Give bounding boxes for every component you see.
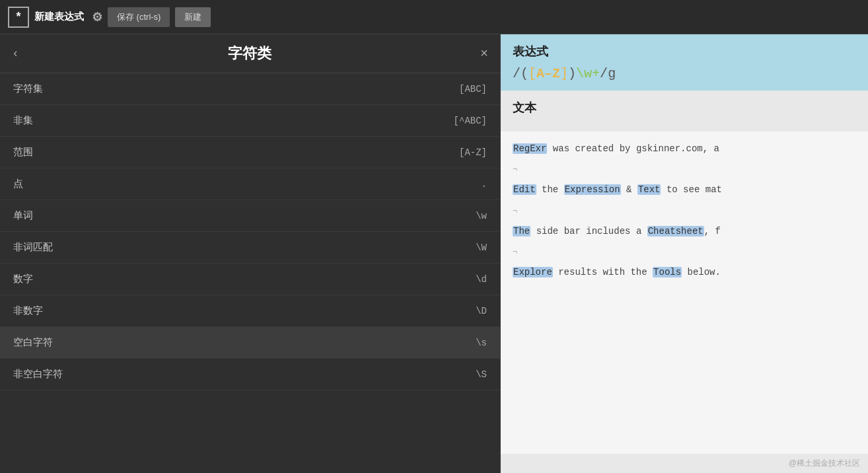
highlight-word: The (513, 226, 530, 236)
main-layout: ‹ 字符类 × 字符集[ABC]非集[^ABC]范围[A-Z]点.单词\w非词匹… (0, 34, 868, 473)
sidebar-item-4[interactable]: 单词\w (0, 200, 500, 232)
sidebar-item-label: 范围 (13, 146, 33, 159)
expr-bracket-close: ] (560, 66, 568, 81)
text-content[interactable]: RegExr was created by gskinner.com, a¬Ed… (501, 131, 868, 454)
expression-section-title: 表达式 (513, 44, 856, 59)
sidebar-item-code: . (482, 179, 487, 190)
expr-flags: g (608, 66, 616, 81)
sidebar-item-label: 单词 (13, 209, 33, 222)
text-line: ¬ (513, 244, 856, 260)
sidebar-item-code: \d (476, 274, 487, 285)
sidebar-item-3[interactable]: 点. (0, 168, 500, 200)
app-title: 新建表达式 (34, 11, 84, 23)
sidebar-item-5[interactable]: 非词匹配\W (0, 232, 500, 264)
watermark: @稀土掘金技术社区 (501, 454, 868, 473)
sidebar-item-code: [^ABC] (454, 116, 487, 126)
sidebar: ‹ 字符类 × 字符集[ABC]非集[^ABC]范围[A-Z]点.单词\w非词匹… (0, 34, 501, 473)
sidebar-item-code: \s (476, 338, 487, 348)
sidebar-item-label: 空白字符 (13, 336, 53, 349)
highlight-word: RegExr (513, 143, 547, 154)
text-normal: to see mat (661, 184, 721, 195)
sidebar-item-label: 非词匹配 (13, 241, 53, 254)
sidebar-item-label: 非空白字符 (13, 368, 63, 381)
sidebar-item-9[interactable]: 非空白字符\S (0, 359, 500, 390)
sidebar-item-code: \S (476, 369, 487, 380)
expr-bracket-open: [ (528, 66, 536, 81)
sidebar-item-code: \D (476, 306, 487, 316)
expression-section: 表达式 /([A–Z])\w+/g (501, 34, 868, 91)
sidebar-item-7[interactable]: 非数字\D (0, 295, 500, 327)
sidebar-item-label: 点 (13, 178, 23, 190)
sidebar-item-label: 字符集 (13, 83, 43, 95)
expr-slash2: / (600, 66, 608, 81)
text-section-title: 文本 (513, 100, 856, 116)
logo-icon: * (8, 7, 29, 28)
highlight-word: Explore (513, 267, 553, 277)
sidebar-item-8[interactable]: 空白字符\s (0, 327, 500, 359)
pilcrow-icon: ¬ (513, 248, 517, 257)
expr-slash1: / (513, 66, 521, 81)
text-line: ¬ (513, 203, 856, 219)
expression-display[interactable]: /([A–Z])\w+/g (513, 66, 856, 81)
gear-icon[interactable]: ⚙ (92, 10, 102, 24)
save-button[interactable]: 保存 (ctrl-s) (108, 7, 170, 27)
sidebar-items: 字符集[ABC]非集[^ABC]范围[A-Z]点.单词\w非词匹配\W数字\d非… (0, 73, 500, 390)
text-line: The side bar includes a Cheatsheet, f (513, 223, 856, 240)
text-normal: side bar includes a (530, 226, 647, 236)
sidebar-header: ‹ 字符类 × (0, 34, 500, 73)
text-line: Explore results with the Tools below. (513, 264, 856, 281)
highlight-word: Cheatsheet (647, 226, 704, 236)
sidebar-item-code: \w (476, 211, 487, 221)
topbar: * 新建表达式 ⚙ 保存 (ctrl-s) 新建 (0, 0, 868, 34)
highlight-word: Text (637, 184, 661, 195)
text-normal: the (536, 184, 564, 195)
close-icon[interactable]: × (480, 46, 488, 61)
sidebar-item-code: [ABC] (459, 84, 487, 94)
sidebar-item-code: \W (476, 242, 487, 253)
text-line: ¬ (513, 161, 856, 178)
expr-paren-close: ) (568, 66, 576, 81)
sidebar-title: 字符类 (228, 44, 271, 63)
text-section-header: 文本 (501, 91, 868, 131)
text-normal: was created by gskinner.com, a (547, 143, 719, 154)
expr-range: A–Z (536, 66, 560, 81)
text-normal: , f (704, 226, 721, 236)
expr-w-plus: \w+ (576, 66, 600, 81)
highlight-word: Expression (564, 184, 621, 195)
highlight-word: Tools (653, 267, 682, 277)
logo-area: * 新建表达式 ⚙ (8, 7, 102, 28)
back-icon[interactable]: ‹ (12, 47, 19, 60)
sidebar-item-label: 非集 (13, 114, 33, 127)
sidebar-item-code: [A-Z] (459, 147, 487, 158)
text-line: Edit the Expression & Text to see mat (513, 182, 856, 198)
sidebar-item-2[interactable]: 范围[A-Z] (0, 137, 500, 168)
sidebar-item-label: 数字 (13, 273, 33, 285)
sidebar-item-label: 非数字 (13, 305, 43, 317)
sidebar-item-6[interactable]: 数字\d (0, 264, 500, 295)
highlight-word: Edit (513, 184, 536, 195)
sidebar-item-1[interactable]: 非集[^ABC] (0, 105, 500, 137)
pilcrow-icon: ¬ (513, 207, 517, 216)
expr-paren-open: ( (521, 66, 528, 81)
sidebar-item-0[interactable]: 字符集[ABC] (0, 73, 500, 105)
text-line: RegExr was created by gskinner.com, a (513, 141, 856, 157)
right-panel: 表达式 /([A–Z])\w+/g 文本 RegExr was created … (501, 34, 868, 473)
text-normal: & (621, 184, 637, 195)
new-button[interactable]: 新建 (175, 7, 211, 27)
text-normal: below. (682, 267, 721, 277)
text-normal: results with the (553, 267, 653, 277)
pilcrow-icon: ¬ (513, 165, 517, 174)
